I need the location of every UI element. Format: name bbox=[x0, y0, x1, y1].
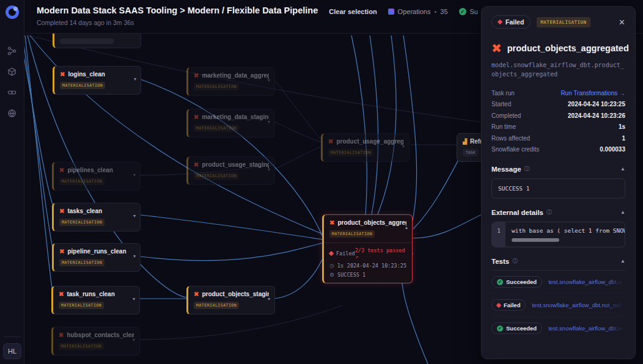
chevron-down-icon[interactable]: ▾ bbox=[402, 144, 405, 149]
succeeded-counter: ✓ Su bbox=[459, 8, 478, 15]
chevron-down-icon[interactable]: ▾ bbox=[134, 76, 136, 82]
test-row: ✓ Succeeded test.snowflake_airflow_dbt.n… bbox=[491, 317, 625, 340]
test-status-label: Failed bbox=[504, 302, 520, 308]
materialisation-badge: MATERIALISATION bbox=[328, 149, 373, 156]
info-icon: ⓘ bbox=[524, 165, 530, 173]
node-name: marketing_data_staging bbox=[202, 114, 269, 120]
failed-diamond-icon bbox=[329, 251, 334, 256]
detail-label: Rows affected bbox=[491, 135, 530, 142]
separator-dot: • bbox=[434, 8, 436, 15]
chevron-down-icon[interactable]: ▾ bbox=[133, 213, 136, 219]
dbt-icon: ✖ bbox=[328, 138, 333, 145]
dag-node-marketing-data-aggregated[interactable]: ✖marketing_data_aggregated ▾ MATERIALISA… bbox=[186, 67, 275, 96]
chevron-down-icon[interactable]: ▾ bbox=[268, 296, 270, 302]
tests-summary-link[interactable]: 2/3 tests passed ↗ bbox=[355, 247, 406, 260]
dag-node-logins-clean[interactable]: ✖logins_clean ▾ MATERIALISATION bbox=[53, 66, 141, 95]
materialisation-badge: MATERIALISATION bbox=[537, 17, 590, 27]
test-status-badge: ✓ Succeeded bbox=[491, 276, 542, 288]
detail-row-completed: Completed 2024-04-24 10:23:26 bbox=[491, 110, 625, 122]
dbt-icon: ✖ bbox=[194, 161, 199, 168]
node-name: pipelines_clean bbox=[67, 167, 112, 173]
status-badge: Failed bbox=[491, 15, 531, 29]
sql-code-block[interactable]: 1 with base as ( select 1 from SNOWFLAKE bbox=[491, 222, 625, 247]
collapse-icon[interactable]: ▲ bbox=[620, 166, 625, 172]
model-identifier: model.snowflake_airflow_dbt.product_obje… bbox=[491, 60, 625, 79]
dag-node-product-usage-aggregated[interactable]: ✖product_usage_aggregated ▾ MATERIALISAT… bbox=[321, 133, 410, 162]
chevron-down-icon[interactable]: ▾ bbox=[268, 119, 270, 125]
message-section: Message ⓘ ▲ SUCCESS 1 bbox=[491, 165, 625, 198]
horizontal-scrollbar[interactable] bbox=[512, 238, 559, 242]
test-link[interactable]: test.snowflake_airflow_dbt.not_null_pr bbox=[532, 302, 625, 308]
dag-node-pipelines-clean[interactable]: ✖pipelines_clean ▾ MATERIALISATION bbox=[52, 162, 141, 191]
operations-counter: Operations • 35 bbox=[388, 8, 448, 15]
test-row: Failed test.snowflake_airflow_dbt.not_nu… bbox=[491, 294, 625, 317]
detail-row-started: Started 2024-04-24 10:23:25 bbox=[491, 99, 625, 111]
chevron-down-icon[interactable]: ▾ bbox=[268, 78, 270, 83]
dag-node-hubspot-contacts-clean[interactable]: ✖hubspot_contacts_clean ▾ MATERIALISATIO… bbox=[51, 327, 140, 355]
test-link[interactable]: test.snowflake_airflow_dbt.not_null_pr bbox=[548, 325, 625, 332]
detail-label: Run time bbox=[491, 123, 516, 130]
dag-node-tasks-clean[interactable]: ✖tasks_clean ▾ MATERIALISATION bbox=[52, 203, 141, 231]
dbt-icon: ✖ bbox=[59, 167, 64, 173]
collapse-icon[interactable]: ▲ bbox=[620, 258, 625, 264]
products-cube-icon[interactable] bbox=[7, 67, 17, 76]
check-circle-icon: ✓ bbox=[497, 279, 503, 285]
node-name: product_usage_aggregated bbox=[336, 138, 403, 145]
details-list: Task run Run Transformations → Started 2… bbox=[491, 87, 625, 155]
section-title: External details bbox=[491, 209, 543, 216]
sql-code: with base as ( select 1 from SNOWFLAKE bbox=[512, 227, 625, 234]
user-avatar[interactable]: HL bbox=[3, 343, 21, 359]
gear-icon: ⚙ bbox=[329, 272, 334, 278]
clear-selection-button[interactable]: Clear selection bbox=[329, 8, 377, 15]
materialisation-badge: MATERIALISATION bbox=[59, 302, 104, 309]
sidebar-divider bbox=[4, 337, 21, 337]
materialisation-badge: MATERIALISATION bbox=[59, 178, 105, 185]
status-label: Failed bbox=[505, 18, 524, 26]
node-name: pipeline_runs_clean bbox=[67, 248, 126, 255]
bar-chart-icon: ▟ bbox=[463, 139, 467, 145]
pipeline-graph-icon[interactable] bbox=[7, 46, 17, 56]
test-status-label: Succeeded bbox=[506, 325, 537, 332]
chevron-up-icon[interactable]: ▴ bbox=[405, 225, 408, 230]
dbt-icon: ✖ bbox=[60, 71, 65, 78]
node-name: task_runs_clean bbox=[67, 291, 114, 297]
dag-node-clipped-top[interactable] bbox=[53, 34, 141, 48]
node-message: SUCCESS 1 bbox=[337, 272, 366, 278]
node-name: product_objects_staging bbox=[202, 291, 269, 297]
dbt-icon: ✖ bbox=[194, 291, 199, 297]
materialisation-badge: MATERIALISATION bbox=[329, 230, 375, 238]
connections-link-icon[interactable] bbox=[7, 87, 17, 97]
chevron-down-icon[interactable]: ▾ bbox=[133, 337, 135, 343]
dbt-icon: ✖ bbox=[59, 248, 64, 255]
node-status: Failed bbox=[336, 250, 355, 257]
materialisation-badge: MATERIALISATION bbox=[194, 125, 239, 132]
node-name: product_usage_staging bbox=[202, 161, 269, 168]
app-logo-icon[interactable] bbox=[6, 5, 19, 19]
dbt-icon: ✖ bbox=[194, 72, 199, 79]
chevron-down-icon[interactable]: ▾ bbox=[268, 167, 270, 172]
detail-value: 2024-04-24 10:23:25 bbox=[568, 101, 625, 107]
detail-row-run-time: Run time 1s bbox=[491, 122, 625, 133]
chevron-down-icon[interactable]: ▾ bbox=[133, 296, 135, 302]
integrations-globe-icon[interactable] bbox=[7, 108, 17, 118]
dag-node-product-objects-aggregated-selected[interactable]: ✖product_objects_aggregated ▴ MATERIALIS… bbox=[322, 214, 413, 283]
dbt-icon: ✖ bbox=[491, 41, 502, 56]
dag-node-task-runs-clean[interactable]: ✖task_runs_clean ▾ MATERIALISATION bbox=[51, 286, 140, 315]
dag-node-product-objects-staging[interactable]: ✖product_objects_staging ▾ MATERIALISATI… bbox=[186, 286, 275, 315]
materialisation-badge: MATERIALISATION bbox=[59, 259, 105, 266]
task-run-link[interactable]: Run Transformations → bbox=[560, 90, 625, 96]
test-link[interactable]: test.snowflake_airflow_dbt.unique_pro bbox=[548, 278, 625, 285]
dag-node-marketing-data-staging[interactable]: ✖marketing_data_staging ▾ MATERIALISATIO… bbox=[186, 109, 275, 137]
chevron-down-icon[interactable]: ▾ bbox=[133, 172, 136, 178]
test-status-badge: ✓ Succeeded bbox=[491, 322, 542, 334]
close-icon[interactable]: ✕ bbox=[619, 18, 625, 27]
section-title: Tests bbox=[491, 258, 509, 265]
chevron-down-icon[interactable]: ▾ bbox=[133, 253, 136, 259]
info-icon: ⓘ bbox=[512, 257, 518, 265]
collapse-icon[interactable]: ▲ bbox=[620, 209, 625, 215]
run-status-subtitle: Completed 14 days ago in 3m 36s bbox=[37, 19, 134, 26]
node-name: logins_clean bbox=[68, 71, 105, 78]
tests-section: Tests ⓘ ▲ ✓ Succeeded test.snowflake_air… bbox=[491, 257, 625, 340]
dag-node-pipeline-runs-clean[interactable]: ✖pipeline_runs_clean ▾ MATERIALISATION bbox=[52, 243, 141, 272]
dag-node-product-usage-staging[interactable]: ✖product_usage_staging ▾ MATERIALISATION bbox=[186, 156, 275, 185]
